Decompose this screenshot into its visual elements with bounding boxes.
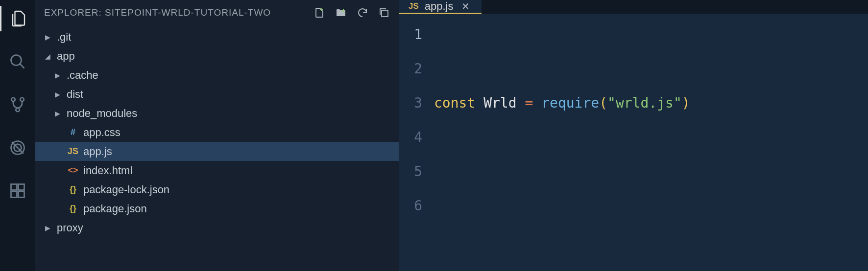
activity-bar xyxy=(0,0,35,271)
search-icon[interactable] xyxy=(0,49,35,74)
line-number: 4 xyxy=(399,120,422,155)
explorer-header: EXPLORER: SITEPOINT-WRLD-TUTORIAL-TWO xyxy=(35,0,399,25)
svg-point-2 xyxy=(11,98,15,102)
chevron-right-icon: ▶ xyxy=(55,71,63,79)
line-gutter: 1 2 3 4 5 6 xyxy=(399,18,434,271)
css-file-icon: # xyxy=(67,127,79,137)
code-content[interactable]: const Wrld = require("wrld.js") const te… xyxy=(434,18,868,271)
debug-icon[interactable] xyxy=(0,135,35,160)
svg-rect-10 xyxy=(11,192,17,198)
file-app-css[interactable]: #app.css xyxy=(35,123,399,142)
svg-point-3 xyxy=(20,98,24,102)
explorer-sidebar: EXPLORER: SITEPOINT-WRLD-TUTORIAL-TWO ▶.… xyxy=(35,0,399,271)
file-index-html[interactable]: <>index.html xyxy=(35,161,399,180)
chevron-down-icon: ◢ xyxy=(45,52,53,60)
svg-point-0 xyxy=(11,55,22,66)
chevron-right-icon: ▶ xyxy=(45,33,53,41)
explorer-title: EXPLORER: SITEPOINT-WRLD-TUTORIAL-TWO xyxy=(44,7,271,18)
collapse-all-icon[interactable] xyxy=(378,7,390,19)
line-number: 6 xyxy=(399,189,422,223)
file-tree: ▶.git ◢app ▶.cache ▶dist ▶node_modules #… xyxy=(35,25,399,239)
code-line xyxy=(434,189,868,223)
git-icon[interactable] xyxy=(0,92,35,117)
svg-rect-16 xyxy=(382,10,388,17)
file-app-js[interactable]: JSapp.js xyxy=(35,142,399,161)
line-number: 2 xyxy=(399,52,422,86)
close-icon[interactable]: ✕ xyxy=(459,0,472,12)
file-package-json[interactable]: {}package.json xyxy=(35,199,399,218)
js-file-icon: JS xyxy=(409,1,419,11)
folder-app[interactable]: ◢app xyxy=(35,46,399,66)
code-line: const Wrld = require("wrld.js") xyxy=(434,86,868,120)
folder-git[interactable]: ▶.git xyxy=(35,27,399,46)
refresh-icon[interactable] xyxy=(357,7,368,19)
folder-node-modules[interactable]: ▶node_modules xyxy=(35,104,399,123)
folder-dist[interactable]: ▶dist xyxy=(35,85,399,104)
html-file-icon: <> xyxy=(67,165,79,176)
code-editor[interactable]: 1 2 3 4 5 6 const Wrld = require("wrld.j… xyxy=(399,14,868,271)
file-package-lock-json[interactable]: {}package-lock.json xyxy=(35,180,399,199)
folder-cache[interactable]: ▶.cache xyxy=(35,66,399,85)
json-file-icon: {} xyxy=(67,203,79,214)
svg-rect-11 xyxy=(19,192,24,198)
files-icon[interactable] xyxy=(0,6,35,31)
new-folder-icon[interactable] xyxy=(335,7,347,19)
extensions-icon[interactable] xyxy=(0,178,35,203)
svg-rect-8 xyxy=(11,184,17,190)
new-file-icon[interactable] xyxy=(313,7,325,19)
line-number: 3 xyxy=(399,86,422,120)
editor-panel: JS app.js ✕ 1 2 3 4 5 6 const Wrld = req… xyxy=(399,0,868,271)
line-number: 5 xyxy=(399,155,422,189)
json-file-icon: {} xyxy=(67,184,79,195)
folder-proxy[interactable]: ▶proxy xyxy=(35,218,399,237)
svg-rect-9 xyxy=(19,184,24,190)
explorer-actions xyxy=(313,7,390,19)
chevron-right-icon: ▶ xyxy=(55,110,63,117)
tab-app-js[interactable]: JS app.js ✕ xyxy=(399,0,482,14)
tab-label: app.js xyxy=(425,0,454,13)
js-file-icon: JS xyxy=(67,146,79,157)
chevron-right-icon: ▶ xyxy=(55,90,63,98)
svg-line-1 xyxy=(20,64,24,68)
line-number: 1 xyxy=(399,18,422,52)
editor-tabs: JS app.js ✕ xyxy=(399,0,868,14)
chevron-right-icon: ▶ xyxy=(45,224,53,232)
